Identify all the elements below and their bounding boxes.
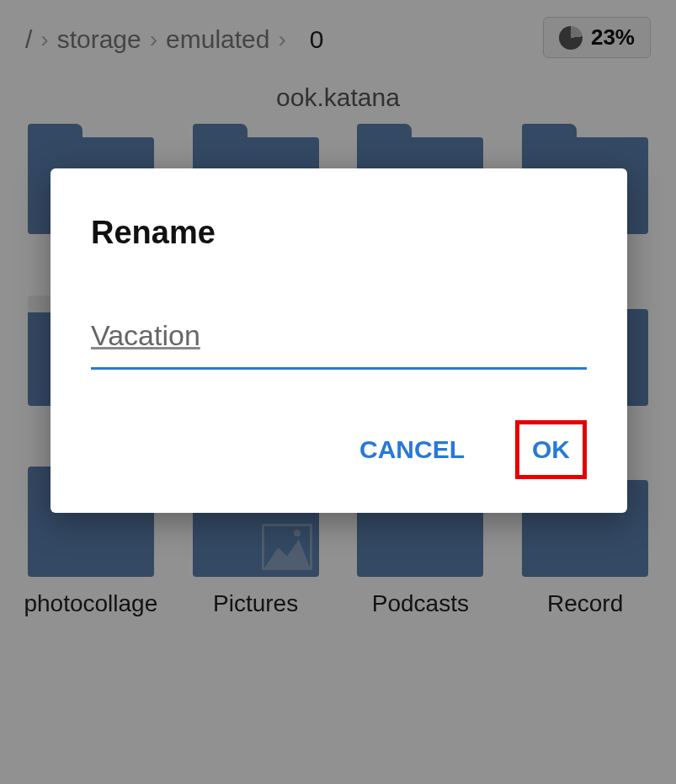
dialog-title: Rename	[91, 215, 587, 251]
dialog-actions: CANCEL OK	[91, 420, 587, 479]
rename-dialog: Rename CANCEL OK	[51, 168, 627, 513]
ok-button[interactable]: OK	[515, 420, 587, 479]
cancel-button[interactable]: CANCEL	[343, 420, 482, 479]
rename-input[interactable]	[91, 314, 587, 370]
